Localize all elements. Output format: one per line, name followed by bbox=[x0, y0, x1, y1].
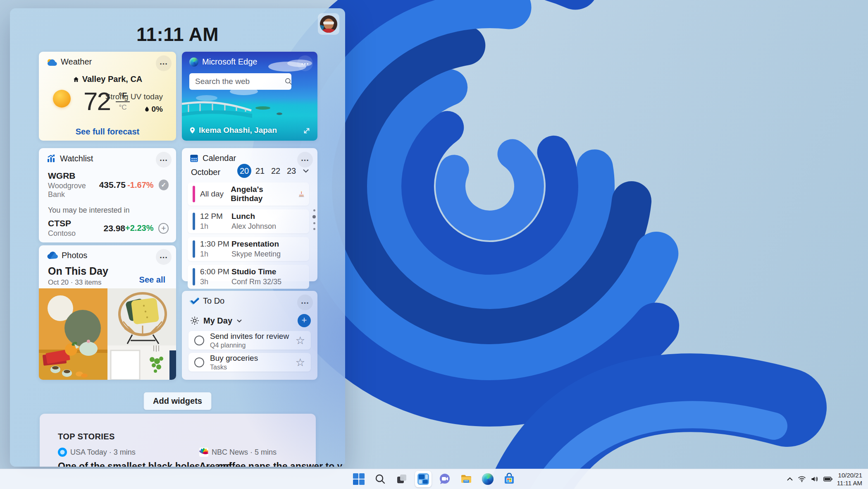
todo-more-button[interactable]: ... bbox=[297, 295, 313, 310]
edge-logo-icon bbox=[189, 58, 198, 67]
calendar-event-lunch[interactable]: 12 PM 1h Lunch Alex Johnson bbox=[188, 209, 309, 233]
microsoft-store-button[interactable] bbox=[501, 471, 517, 487]
event-title: Angela's Birthday bbox=[231, 185, 296, 203]
droplet-icon bbox=[144, 106, 150, 113]
calendar-event-presentation[interactable]: 1:30 PM 1h Presentation Skype Meeting bbox=[188, 237, 309, 261]
location-pin-icon bbox=[189, 127, 196, 134]
widgets-button[interactable] bbox=[415, 471, 432, 487]
story-source-meta: USA Today · 3 mins bbox=[70, 448, 136, 457]
photo-thumbnail-chair[interactable] bbox=[107, 288, 176, 380]
taskbar: 10/20/21 11:11 AM bbox=[0, 469, 868, 489]
photos-more-button[interactable]: ... bbox=[156, 249, 172, 265]
task-list-name: Tasks bbox=[210, 364, 258, 371]
account-avatar-button[interactable] bbox=[318, 13, 339, 35]
weather-widget[interactable]: Weather ... Valley Park, CA 72 °F °C Str… bbox=[39, 52, 176, 141]
chevron-down-icon[interactable] bbox=[303, 169, 309, 173]
calendar-date-21[interactable]: 21 bbox=[253, 164, 267, 178]
weather-location-row[interactable]: Valley Park, CA bbox=[39, 74, 176, 84]
edge-more-button[interactable]: ... bbox=[297, 55, 313, 71]
edge-browser-button[interactable] bbox=[479, 471, 496, 487]
watchlist-more-button[interactable]: ... bbox=[156, 152, 172, 168]
add-task-button[interactable]: + bbox=[298, 314, 311, 327]
photo-thumbnail-still-life[interactable] bbox=[39, 288, 107, 380]
edge-photo-location: Ikema Ohashi, Japan bbox=[199, 126, 277, 135]
news-story[interactable]: NBC News · 5 mins Are coffee naps the an… bbox=[199, 448, 323, 467]
weather-title: Weather bbox=[61, 57, 92, 67]
task-view-icon bbox=[396, 473, 408, 485]
usa-today-icon bbox=[58, 448, 67, 457]
top-stories-section: TOP STORIES USA Today · 3 mins One of th… bbox=[40, 414, 316, 467]
event-color-bar bbox=[193, 240, 195, 258]
volume-icon[interactable] bbox=[811, 476, 819, 482]
todo-task-invites[interactable]: Send invites for review Q4 planning ☆ bbox=[188, 331, 311, 350]
stock-add-plus-icon[interactable]: + bbox=[158, 223, 169, 234]
todo-list-selector[interactable]: My Day bbox=[203, 316, 232, 326]
todo-widget[interactable]: To Do ... My Day + Send invites for revi… bbox=[182, 291, 317, 380]
start-button[interactable] bbox=[351, 471, 367, 487]
unit-celsius[interactable]: °C bbox=[116, 103, 130, 112]
see-all-link[interactable]: See all bbox=[139, 275, 165, 285]
folder-icon bbox=[460, 473, 472, 485]
panel-clock: 11:11 AM bbox=[10, 23, 345, 46]
task-complete-circle[interactable] bbox=[194, 336, 204, 345]
event-subtitle: Alex Johnson bbox=[231, 222, 276, 231]
photos-subtitle: Oct 20 · 33 items bbox=[48, 278, 101, 287]
wifi-icon[interactable] bbox=[798, 476, 806, 482]
nbc-news-icon bbox=[199, 448, 208, 457]
widgets-icon bbox=[417, 473, 429, 485]
calendar-widget[interactable]: Calendar ... October 20 21 22 23 All day… bbox=[182, 148, 317, 281]
stock-added-check-icon[interactable]: ✓ bbox=[159, 180, 169, 190]
calendar-scroll-indicator[interactable] bbox=[312, 209, 316, 230]
battery-icon[interactable] bbox=[823, 476, 832, 482]
file-explorer-button[interactable] bbox=[458, 471, 475, 487]
my-day-sun-icon bbox=[190, 316, 199, 325]
stock-ticker: WGRB bbox=[48, 171, 94, 181]
search-button[interactable] bbox=[372, 471, 389, 487]
event-title: Studio Time bbox=[231, 267, 281, 276]
event-duration: 1h bbox=[200, 222, 231, 231]
watchlist-suggestion-note: You may be interested in bbox=[48, 206, 129, 215]
calendar-date-22[interactable]: 22 bbox=[269, 164, 283, 178]
task-complete-circle[interactable] bbox=[194, 357, 204, 367]
edge-title: Microsoft Edge bbox=[202, 57, 257, 67]
task-star-icon[interactable]: ☆ bbox=[296, 335, 305, 346]
todo-check-icon bbox=[189, 297, 199, 305]
stock-row-wgrb[interactable]: WGRB Woodgrove Bank 435.75 -1.67% ✓ bbox=[48, 171, 169, 199]
task-star-icon[interactable]: ☆ bbox=[296, 357, 305, 368]
task-view-button[interactable] bbox=[393, 471, 410, 487]
watchlist-widget[interactable]: Watchlist ... WGRB Woodgrove Bank 435.75… bbox=[39, 148, 176, 242]
photos-widget[interactable]: Photos ... On This Day Oct 20 · 33 items… bbox=[39, 245, 176, 380]
calendar-month[interactable]: October bbox=[191, 168, 220, 177]
photos-title: Photos bbox=[62, 251, 87, 260]
edge-logo-icon bbox=[482, 473, 494, 485]
event-time: 12 PM bbox=[200, 212, 231, 221]
weather-cloud-icon bbox=[46, 58, 57, 66]
calendar-date-23[interactable]: 23 bbox=[284, 164, 298, 178]
event-title: Lunch bbox=[231, 212, 276, 221]
search-icon[interactable] bbox=[284, 77, 293, 86]
task-title: Buy groceries bbox=[210, 354, 258, 363]
weather-more-button[interactable]: ... bbox=[156, 55, 172, 71]
event-time: All day bbox=[200, 189, 231, 199]
edge-widget[interactable]: Microsoft Edge ... Ikema Ohashi, Japan bbox=[182, 52, 317, 141]
event-subtitle: Conf Rm 32/35 bbox=[231, 278, 281, 286]
todo-task-groceries[interactable]: Buy groceries Tasks ☆ bbox=[188, 353, 311, 372]
calendar-event-birthday[interactable]: All day Angela's Birthday bbox=[188, 182, 309, 206]
chevron-down-icon[interactable] bbox=[236, 319, 242, 323]
calendar-event-studio[interactable]: 6:00 PM 3h Studio Time Conf Rm 32/35 bbox=[188, 265, 309, 289]
chat-button[interactable] bbox=[436, 471, 453, 487]
chat-icon bbox=[439, 473, 451, 485]
tray-overflow-chevron-icon[interactable] bbox=[787, 477, 793, 481]
calendar-date-20[interactable]: 20 bbox=[237, 164, 251, 178]
stock-company: Woodgrove Bank bbox=[48, 182, 94, 199]
edge-search-input[interactable] bbox=[189, 73, 291, 90]
story-source-meta: NBC News · 5 mins bbox=[212, 448, 277, 457]
add-widgets-button[interactable]: Add widgets bbox=[143, 392, 212, 410]
see-full-forecast-link[interactable]: See full forecast bbox=[39, 127, 176, 137]
news-story[interactable]: USA Today · 3 mins One of the smallest b… bbox=[58, 448, 182, 467]
stock-row-ctsp[interactable]: CTSP Contoso 23.98 +2.23% + bbox=[48, 218, 169, 238]
tray-datetime[interactable]: 10/20/21 11:11 AM bbox=[837, 471, 862, 487]
event-title: Presentation bbox=[231, 240, 281, 249]
event-color-bar bbox=[193, 268, 195, 285]
expand-icon[interactable] bbox=[303, 127, 311, 135]
